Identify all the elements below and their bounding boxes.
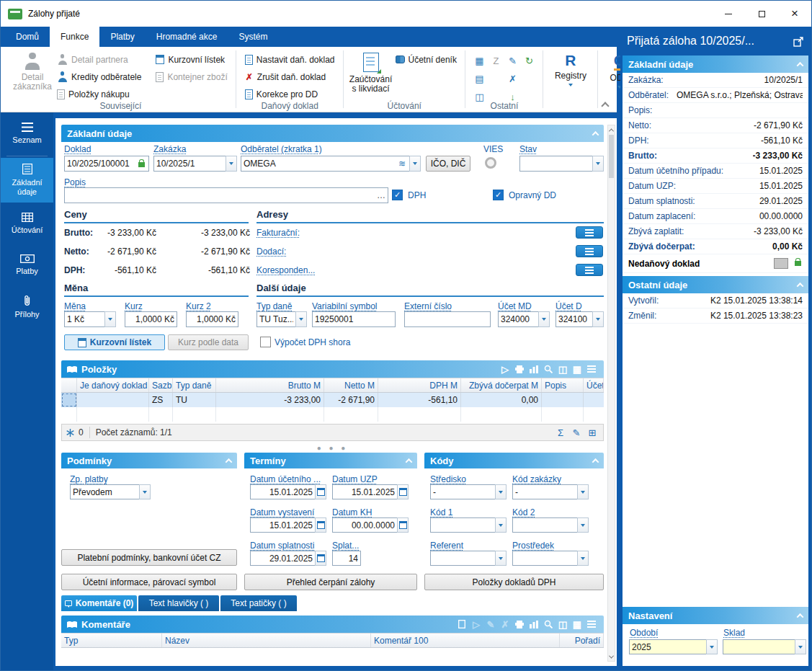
col-ucet[interactable]: Účet bbox=[584, 378, 604, 392]
stav-field[interactable] bbox=[519, 156, 604, 172]
stredisko-field[interactable]: - bbox=[430, 484, 507, 499]
dropdown-button[interactable] bbox=[577, 551, 589, 566]
platebni-podminky-button[interactable]: Platební podmínky, bankovní účet CZ bbox=[61, 549, 237, 566]
delete-icon[interactable]: ✗ bbox=[499, 618, 512, 631]
kurz-field[interactable]: 1,0000 Kč bbox=[125, 311, 177, 327]
row-selector-header[interactable] bbox=[61, 378, 77, 392]
collapse-section-icon[interactable] bbox=[592, 458, 599, 465]
kontejner-zbozi-button[interactable]: Kontejner zboží bbox=[153, 69, 230, 84]
open-in-window-icon[interactable] bbox=[793, 36, 804, 47]
dph-checkbox[interactable]: ✓ bbox=[392, 190, 403, 200]
tab-funkce[interactable]: Funkce bbox=[50, 27, 99, 47]
col-typ-dane[interactable]: Typ daně bbox=[173, 378, 216, 392]
datum-vystaveni-field[interactable]: 15.01.2025 bbox=[250, 517, 326, 533]
doklad-field[interactable]: 10/2025/100001 bbox=[64, 156, 149, 172]
calendar-button[interactable] bbox=[315, 517, 326, 533]
kod1-field[interactable] bbox=[430, 517, 507, 533]
dropdown-button[interactable] bbox=[795, 639, 806, 654]
run-icon[interactable]: ▷ bbox=[470, 618, 483, 631]
sidebar-item-prilohy[interactable]: Přílohy bbox=[1, 286, 53, 328]
dropdown-button[interactable] bbox=[409, 156, 421, 172]
zakazka-field[interactable]: 10/2025/1 bbox=[153, 156, 237, 172]
dropdown-button[interactable] bbox=[495, 551, 507, 566]
scrollbar-thumb[interactable] bbox=[609, 135, 614, 178]
kod2-field[interactable] bbox=[512, 517, 589, 533]
polozky-nakupu-button[interactable]: Položky nákupu bbox=[54, 86, 144, 102]
datum-uzp-field[interactable]: 15.01.2025 bbox=[332, 484, 409, 499]
close-button[interactable]: × bbox=[778, 1, 811, 27]
externi-cislo-field[interactable] bbox=[404, 311, 491, 327]
popis-field[interactable]: … bbox=[64, 187, 388, 203]
prostredek-field[interactable] bbox=[512, 551, 589, 566]
edit-icon[interactable]: ✎ bbox=[570, 427, 583, 438]
col-je-danovy-doklad[interactable]: Je daňový doklad bbox=[77, 378, 149, 392]
kurz2-field[interactable]: 1,0000 Kč bbox=[186, 311, 238, 327]
fakturacni-address-button[interactable] bbox=[576, 226, 603, 239]
menu-icon[interactable] bbox=[585, 363, 598, 376]
zauctovani-button[interactable]: Zaúčtovánís likvidací bbox=[349, 50, 393, 94]
minimize-button[interactable] bbox=[712, 1, 745, 27]
collapse-section-icon[interactable] bbox=[797, 61, 804, 68]
tab-system[interactable]: Systém bbox=[228, 27, 278, 47]
zp-platby-field[interactable]: Převodem bbox=[70, 484, 151, 499]
sidebar-item-seznam[interactable]: Seznam bbox=[1, 112, 53, 154]
registry-button[interactable]: R Registry bbox=[549, 50, 592, 86]
dodaci-link[interactable]: Dodací: bbox=[256, 246, 286, 257]
mena-field[interactable]: 1 Kč bbox=[64, 311, 116, 327]
col-nazev[interactable]: Název bbox=[162, 634, 371, 647]
detail-partnera-button[interactable]: Detail partnera bbox=[54, 52, 144, 67]
variabilni-symbol-field[interactable]: 19250001 bbox=[312, 311, 396, 327]
datum-kh-field[interactable]: 00.00.0000 bbox=[332, 517, 409, 533]
kurzovni-listek-toggle[interactable]: Kurzovní lístek bbox=[64, 334, 165, 350]
fakturacni-link[interactable]: Fakturační: bbox=[256, 228, 300, 238]
polozky-dokladu-dph-button[interactable]: Položky dokladů DPH bbox=[424, 574, 604, 590]
kod-zakazky-field[interactable]: - bbox=[512, 484, 589, 499]
sidebar-item-platby[interactable]: Platby bbox=[1, 244, 53, 286]
print-icon[interactable] bbox=[513, 363, 526, 376]
dropdown-button[interactable] bbox=[592, 156, 604, 172]
tab-domu[interactable]: Domů bbox=[5, 27, 50, 47]
polozky-table-row[interactable]: ZS TU -3 233,00 -2 671,90 -561,10 0,00 bbox=[61, 393, 604, 407]
zrusit-dd-button[interactable]: ✗Zrušit daň. doklad bbox=[242, 69, 338, 84]
related-selection-icon[interactable]: ≋ bbox=[398, 159, 406, 169]
ucet-d-field[interactable]: 324100 bbox=[556, 311, 604, 327]
dropdown-button[interactable] bbox=[495, 517, 507, 533]
more-icon[interactable]: … bbox=[377, 190, 385, 200]
korekce-dd-button[interactable]: Korekce pro DD bbox=[242, 86, 338, 102]
dodaci-address-button[interactable] bbox=[576, 245, 603, 257]
print-icon[interactable] bbox=[513, 618, 526, 631]
run-icon[interactable]: ▷ bbox=[499, 363, 512, 376]
main-scrollbar[interactable] bbox=[607, 125, 615, 662]
dropdown-button[interactable] bbox=[592, 311, 604, 327]
sklad-field[interactable] bbox=[723, 639, 806, 654]
ucet-md-field[interactable]: 324000 bbox=[498, 311, 550, 327]
col-komentar[interactable]: Komentář 100 bbox=[371, 634, 560, 647]
ucetni-denik-button[interactable]: Účetní deník bbox=[393, 52, 460, 67]
row-selector-cell[interactable] bbox=[61, 393, 77, 407]
prehled-cerpani-button[interactable]: Přehled čerpání zálohy bbox=[244, 574, 417, 590]
tab-text-hlavicky[interactable]: Text hlavičky ( ) bbox=[138, 595, 219, 611]
col-brutto-m[interactable]: Brutto M bbox=[216, 378, 324, 392]
edit-icon[interactable]: ✎ bbox=[484, 618, 497, 631]
collapse-section-icon[interactable] bbox=[406, 458, 413, 465]
scroll-up-icon[interactable] bbox=[608, 125, 615, 134]
collapse-section-icon[interactable] bbox=[226, 458, 233, 465]
collapse-section-icon[interactable] bbox=[797, 282, 804, 289]
collapse-section-icon[interactable] bbox=[797, 613, 804, 620]
collapse-section-icon[interactable] bbox=[592, 130, 599, 138]
columns-icon[interactable]: ◫ bbox=[556, 363, 569, 376]
scroll-down-icon[interactable] bbox=[608, 652, 615, 661]
tab-hromadne-akce[interactable]: Hromadné akce bbox=[146, 27, 228, 47]
korespondencni-link[interactable]: Koresponden... bbox=[256, 265, 315, 275]
search-icon[interactable] bbox=[542, 618, 555, 631]
referent-field[interactable] bbox=[430, 551, 507, 566]
splatnost-field[interactable]: 14 bbox=[332, 551, 361, 566]
detail-zakaznika-button[interactable]: Detail zákazníka bbox=[11, 50, 54, 92]
sidebar-item-uctovani[interactable]: Účtování bbox=[1, 203, 53, 244]
datum-splatnosti-field[interactable]: 29.01.2025 bbox=[250, 551, 326, 566]
calendar-button[interactable] bbox=[397, 517, 409, 533]
kurzovni-listek-button[interactable]: Kurzovní lístek bbox=[153, 52, 230, 67]
chart-icon[interactable] bbox=[527, 618, 540, 631]
calendar-button[interactable] bbox=[397, 484, 409, 499]
col-typ[interactable]: Typ bbox=[61, 634, 162, 647]
